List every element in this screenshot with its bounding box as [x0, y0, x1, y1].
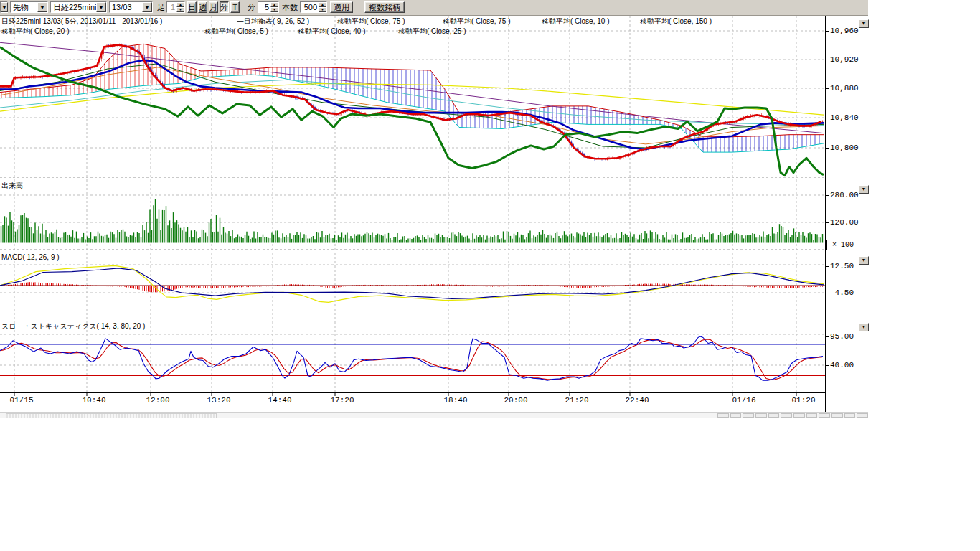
macd-pane-label: MACD( 12, 26, 9 ) — [1, 253, 60, 261]
time-label: 13:20 — [199, 396, 239, 405]
timeframe-day-button[interactable]: 日 — [187, 1, 197, 13]
apply-button[interactable]: 適用 — [330, 1, 353, 13]
bar-label: 足 — [157, 1, 165, 13]
chevron-down-icon: ▼ — [862, 187, 867, 192]
legend-ma75b: 移動平均( Close, 75 ) — [443, 17, 510, 26]
time-label: 01/15 — [1, 396, 42, 405]
symbol-select-value: 日経225mini — [51, 2, 96, 12]
bar-interval-value: 1 — [167, 2, 176, 12]
volume-pane-label: 出来高 — [1, 181, 23, 191]
price-overlays — [0, 44, 824, 175]
stoch-tick-label: 95.00 — [830, 332, 873, 341]
market-select[interactable]: 先物▼ — [10, 1, 48, 13]
spinner-arrows-icon[interactable]: ▲▼ — [270, 2, 278, 12]
multi-symbol-button[interactable]: 複数銘柄 — [364, 1, 405, 13]
timeframe-month-button[interactable]: 月 — [209, 1, 218, 13]
chevron-down-icon: ▼ — [862, 258, 867, 263]
count-label: 本数 — [282, 1, 298, 13]
symbol-select[interactable]: 日経225mini▼ — [50, 1, 107, 13]
edge-combo-stub[interactable]: ▼ — [0, 1, 8, 13]
stoch-pane-menu-button[interactable]: ▼ — [859, 323, 869, 331]
macd-tick-label: -4.50 — [830, 288, 873, 297]
time-label: 21:20 — [557, 396, 597, 405]
toolbar: ▼ 先物▼ 日経225mini▼ 13/03▼ 足 1▲▼ 日 週 月 分 T … — [0, 0, 868, 16]
scrollbar-thumb[interactable] — [6, 413, 217, 418]
time-label: 12:00 — [138, 396, 178, 405]
macd-pane-menu-button[interactable]: ▼ — [859, 256, 869, 265]
volume-bars — [1, 199, 823, 243]
chart-area: 日経225mini 13/03( 5分, 2013/01/11 - 2013/0… — [0, 16, 980, 551]
chevron-down-icon[interactable]: ▼ — [37, 2, 47, 12]
price-tick-label: 10,840 — [830, 113, 873, 122]
count-value: 500 — [301, 2, 319, 12]
time-label: 14:40 — [260, 396, 300, 405]
volume-pane-menu-button[interactable]: ▼ — [859, 185, 869, 194]
time-label: 10:40 — [74, 396, 114, 405]
chart-canvas[interactable] — [0, 16, 825, 397]
legend-ma40: 移動平均( Close, 40 ) — [298, 27, 365, 36]
timeframe-tick-button[interactable]: T — [230, 1, 240, 13]
count-stepper[interactable]: 500▲▼ — [300, 1, 327, 13]
legend-ma25: 移動平均( Close, 25 ) — [398, 27, 466, 36]
time-label: 20:00 — [496, 396, 536, 405]
minute-stepper[interactable]: 5▲▼ — [258, 1, 279, 13]
time-label: 18:40 — [435, 396, 476, 405]
bar-interval-stepper[interactable]: 1▲▼ — [166, 1, 185, 13]
stochastics — [0, 336, 825, 380]
chart-title: 日経225mini 13/03( 5分, 2013/01/11 - 2013/0… — [1, 17, 162, 26]
stoch-tick-label: 40.00 — [830, 361, 873, 369]
main-pane-menu-button[interactable]: ▼ — [859, 19, 869, 28]
legend-ichimoku: 一目均衡表( 9, 26, 52 ) — [237, 17, 309, 26]
chevron-down-icon[interactable]: ▼ — [1, 2, 8, 12]
market-select-value: 先物 — [11, 2, 37, 12]
time-label: 01:20 — [783, 396, 824, 405]
legend-ma150: 移動平均( Close, 150 ) — [640, 17, 712, 26]
legend-ma20: 移動平均( Close, 20 ) — [1, 27, 69, 36]
time-label: 17:20 — [322, 396, 362, 405]
timeframe-minute-button[interactable]: 分 — [220, 1, 229, 13]
legend-ma5: 移動平均( Close, 5 ) — [204, 27, 268, 36]
price-tick-label: 10,920 — [830, 55, 873, 64]
volume-multiplier-badge: × 100 — [826, 240, 859, 250]
time-label: 22:40 — [617, 396, 657, 405]
horizontal-scrollbar[interactable] — [0, 412, 868, 418]
time-label: 01/16 — [724, 396, 764, 405]
legend-ma10: 移動平均( Close, 10 ) — [542, 17, 609, 26]
volume-tick-label: 120.00 — [830, 218, 873, 227]
price-tick-label: 10,800 — [830, 143, 873, 152]
minute-label: 分 — [248, 1, 255, 13]
chevron-down-icon: ▼ — [862, 324, 867, 329]
stoch-pane-label: スロー・ストキャスティクス( 14, 3, 80, 20 ) — [1, 321, 145, 331]
chevron-down-icon: ▼ — [862, 21, 867, 26]
price-axis-line — [825, 16, 826, 415]
macd-histogram — [1, 282, 823, 292]
scrollbar-segments — [717, 413, 868, 418]
trading-app-window: ▼ 先物▼ 日経225mini▼ 13/03▼ 足 1▲▼ 日 週 月 分 T … — [0, 0, 980, 551]
macd-lines — [0, 265, 825, 302]
contract-select[interactable]: 13/03▼ — [109, 1, 153, 13]
legend-ma75: 移動平均( Close, 75 ) — [337, 17, 405, 26]
chevron-down-icon[interactable]: ▼ — [96, 2, 106, 12]
time-axis — [0, 392, 825, 396]
price-tick-label: 10,880 — [830, 84, 873, 93]
minute-value: 5 — [258, 2, 270, 12]
candles — [1, 44, 824, 161]
timeframe-week-button[interactable]: 週 — [198, 1, 207, 13]
spinner-arrows-icon[interactable]: ▲▼ — [176, 2, 184, 12]
spinner-arrows-icon[interactable]: ▲▼ — [319, 2, 326, 12]
contract-select-value: 13/03 — [110, 2, 142, 12]
chevron-down-icon[interactable]: ▼ — [142, 2, 152, 12]
